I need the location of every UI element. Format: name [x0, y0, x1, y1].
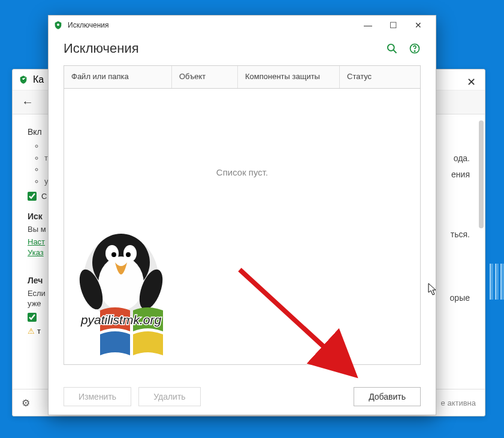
link-settings[interactable]: Наст [28, 237, 45, 246]
checkbox-1[interactable] [28, 192, 37, 201]
edit-button[interactable]: Изменить [64, 387, 131, 406]
table-header-row: Файл или папка Объект Компоненты защиты … [64, 66, 420, 89]
empty-list-message: Список пуст. [64, 167, 420, 177]
partial-text-1: ода. [454, 153, 470, 163]
page-title: Исключения [64, 41, 139, 56]
kaspersky-shield-icon [19, 75, 28, 84]
delete-button[interactable]: Удалить [138, 387, 200, 406]
back-arrow-icon[interactable]: ← [22, 95, 34, 109]
column-file-folder[interactable]: Файл или папка [64, 66, 172, 88]
column-status[interactable]: Статус [340, 66, 420, 88]
front-footer: Изменить Удалить Добавить [49, 379, 436, 415]
watermark-text: pyatilistmk.org [80, 313, 162, 327]
scrollbar-thumb[interactable] [479, 120, 484, 228]
svg-line-2 [394, 50, 397, 53]
back-title: Ка [33, 74, 44, 85]
svg-point-7 [98, 256, 144, 310]
svg-point-1 [388, 44, 394, 51]
checkbox-2[interactable] [28, 313, 37, 322]
minimize-button[interactable]: — [355, 16, 381, 35]
svg-point-10 [111, 252, 116, 257]
partial-text-2: ения [451, 170, 470, 179]
desktop-edge-decoration [490, 264, 504, 300]
close-button[interactable]: ✕ [406, 16, 431, 35]
column-components[interactable]: Компоненты защиты [238, 66, 340, 88]
kaspersky-shield-icon [53, 20, 63, 30]
front-titlebar[interactable]: Исключения — ☐ ✕ [49, 16, 436, 35]
search-icon[interactable] [386, 43, 398, 55]
partial-text-4: орые [450, 293, 470, 303]
column-object[interactable]: Объект [172, 66, 238, 88]
maximize-button[interactable]: ☐ [381, 16, 406, 35]
link-specify[interactable]: Указ [28, 248, 44, 257]
front-header: Исключения [49, 35, 436, 65]
gear-icon[interactable]: ⚙ [22, 397, 30, 409]
warning-icon: ⚠ [28, 327, 35, 336]
add-button[interactable]: Добавить [354, 387, 421, 406]
svg-point-4 [414, 51, 415, 52]
back-close-icon[interactable]: ✕ [467, 75, 476, 89]
svg-point-0 [57, 23, 59, 26]
watermark-logo: pyatilistmk.org [64, 220, 196, 364]
partial-text-3: ться. [451, 229, 470, 239]
footer-status: е активна [441, 398, 476, 407]
front-titlebar-text: Исключения [68, 21, 355, 29]
exclusions-window: Исключения — ☐ ✕ Исключения Файл или пап… [48, 15, 436, 415]
exclusions-table: Файл или папка Объект Компоненты защиты … [64, 65, 421, 365]
svg-point-11 [126, 252, 131, 257]
help-icon[interactable] [409, 43, 421, 55]
